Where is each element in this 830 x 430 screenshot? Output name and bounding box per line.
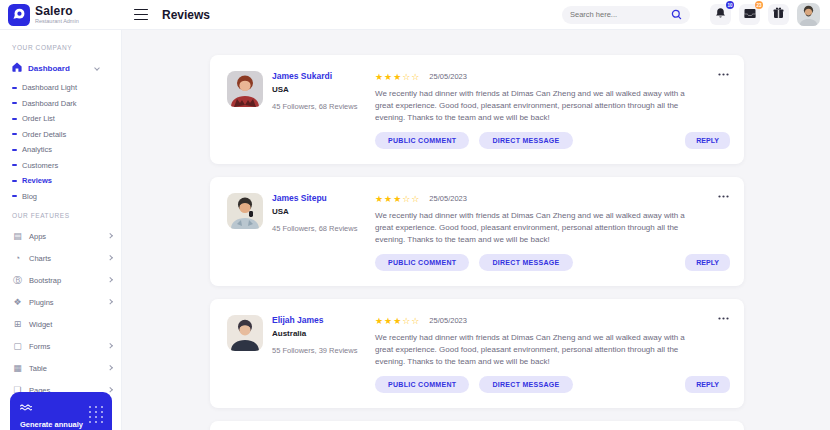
reviewer-stats: 45 Followers, 68 Reviews [272,102,357,111]
sidebar-section-features: OUR FEATURES [12,212,121,220]
dash-bullet-icon [12,87,17,89]
review-content: ★★★☆☆ 25/05/2023 We recently had dinner … [375,193,728,271]
dash-bullet-icon [12,164,17,166]
reply-button[interactable]: REPLY [685,132,730,149]
dots-pattern [87,404,105,424]
sidebar-section-company: YOUR COMPANY [12,44,121,52]
direct-message-button[interactable]: DIRECT MESSAGE [479,132,572,149]
bootstrap-icon: Ⓑ [12,275,23,285]
charts-icon: ◔ [12,253,23,263]
gift-icon [773,7,784,22]
public-comment-button[interactable]: PUBLIC COMMENT [375,254,469,271]
page-body: YOUR COMPANY Dashboard Dashboard Light D… [0,30,830,430]
reviewer-info: James Sukardi USA 45 Followers, 68 Revie… [272,71,357,149]
chevron-down-icon [94,65,100,71]
reviewer-name-link[interactable]: James Sukardi [272,71,357,81]
reviewer-name-link[interactable]: James Sitepu [272,193,357,203]
brand-subtitle: Restaurant Admin [35,18,79,24]
plugins-icon: ❖ [12,297,23,307]
search-box[interactable] [562,6,690,24]
waves-icon [20,397,32,414]
sidebar-item-dashboard[interactable]: Dashboard [12,60,121,76]
promo-banner[interactable]: Generate annualy report by Salero [10,392,112,430]
reviewer-avatar [227,193,263,229]
sidebar-item-order-list[interactable]: Order List [12,111,121,127]
more-options-icon[interactable] [715,61,732,82]
sidebar-item-customers[interactable]: Customers [12,158,121,174]
review-date: 25/05/2023 [429,194,467,203]
public-comment-button[interactable]: PUBLIC COMMENT [375,376,469,393]
reviewer-country: USA [272,85,357,94]
star-rating: ★★★☆☆ [375,72,420,82]
dash-bullet-icon [12,195,17,197]
dash-bullet-icon [12,180,17,182]
chevron-right-icon [107,388,112,393]
more-options-icon[interactable] [715,183,732,204]
review-card: James Sitepu USA 45 Followers, 68 Review… [210,177,744,286]
reviewer-info: Elijah James Australia 55 Followers, 39 … [272,315,357,393]
sidebar-item-bootstrap[interactable]: ⒷBootstrap [12,269,121,291]
brand[interactable]: Salero Restaurant Admin [0,4,122,26]
reviews-list: James Sukardi USA 45 Followers, 68 Revie… [122,30,830,430]
sidebar-item-table[interactable]: ▦Table [12,357,121,379]
sidebar-item-dashboard-dark[interactable]: Dashboard Dark [12,96,121,112]
more-options-icon[interactable] [715,305,732,326]
brand-text: Salero Restaurant Admin [35,6,79,24]
review-card: Elijah James Australia 55 Followers, 39 … [210,299,744,408]
sidebar-item-charts[interactable]: ◔Charts [12,247,121,269]
sidebar-item-reviews[interactable]: Reviews [12,173,121,189]
notifications-badge: 10 [726,1,734,9]
public-comment-button[interactable]: PUBLIC COMMENT [375,132,469,149]
sidebar-item-dashboard-light[interactable]: Dashboard Light [12,80,121,96]
review-text: We recently had dinner with friends at D… [375,332,695,368]
sidebar-item-plugins[interactable]: ❖Plugins [12,291,121,313]
gifts-button[interactable] [768,4,789,25]
reviewer-name-link[interactable]: Elijah James [272,315,357,325]
sidebar-item-order-details[interactable]: Order Details [12,127,121,143]
widget-icon: ⊞ [12,319,23,329]
reply-button[interactable]: REPLY [685,254,730,271]
messages-button[interactable]: 23 [739,4,760,25]
review-content: ★★★☆☆ 25/05/2023 We recently had dinner … [375,71,728,149]
reviewer-stats: 55 Followers, 39 Reviews [272,346,357,355]
chevron-right-icon [107,256,112,261]
reviewer-avatar [227,315,263,351]
sidebar-item-analytics[interactable]: Analytics [12,142,121,158]
sidebar-item-widget[interactable]: ⊞Widget [12,313,121,335]
notifications-button[interactable]: 10 [710,4,731,25]
chevron-right-icon [107,278,112,283]
review-text: We recently had dinner with friends at D… [375,88,695,124]
page-title: Reviews [162,8,210,22]
reply-button[interactable]: REPLY [685,376,730,393]
dash-bullet-icon [12,133,17,135]
direct-message-button[interactable]: DIRECT MESSAGE [479,376,572,393]
reviewer-block: James Sukardi USA 45 Followers, 68 Revie… [227,71,375,149]
chevron-right-icon [107,300,112,305]
home-icon [12,62,22,74]
review-card: James Sukardi USA 45 Followers, 68 Revie… [210,55,744,164]
salero-logo-icon [8,4,30,26]
sidebar-item-forms[interactable]: ▢Forms [12,335,121,357]
forms-icon: ▢ [12,341,23,351]
app-window: Salero Restaurant Admin Reviews 10 23 [0,0,830,430]
reviewer-country: USA [272,207,357,216]
sidebar-item-apps[interactable]: ▤Apps [12,225,121,247]
apps-icon: ▤ [12,231,23,241]
features-nav: ▤Apps ◔Charts ⒷBootstrap ❖Plugins ⊞Widge… [12,225,121,401]
review-date: 25/05/2023 [429,72,467,81]
dash-bullet-icon [12,118,17,120]
dashboard-subnav: Dashboard Light Dashboard Dark Order Lis… [12,80,121,204]
review-date: 25/05/2023 [429,316,467,325]
inbox-icon [744,7,756,22]
search-input[interactable] [570,10,671,19]
reviewer-block: Elijah James Australia 55 Followers, 39 … [227,315,375,393]
user-avatar[interactable] [797,3,820,26]
chevron-right-icon [107,344,112,349]
reviewer-country: Australia [272,329,357,338]
chevron-right-icon [107,234,112,239]
brand-name: Salero [35,6,79,17]
search-icon[interactable] [671,6,682,24]
direct-message-button[interactable]: DIRECT MESSAGE [479,254,572,271]
menu-toggle-button[interactable] [134,9,148,21]
sidebar-item-blog[interactable]: Blog [12,189,121,205]
